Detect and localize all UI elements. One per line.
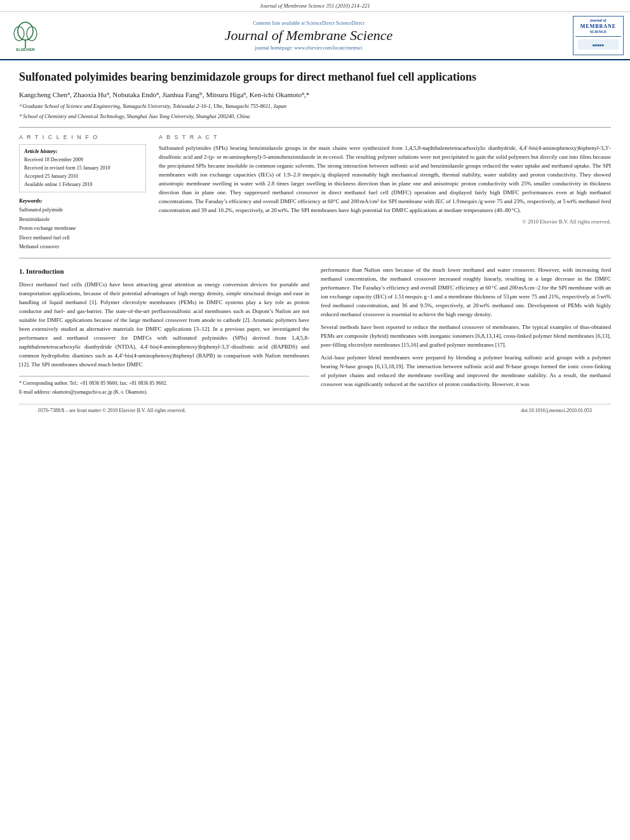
divider-2 [19, 258, 611, 258]
logo-line2: MEMBRANE [575, 23, 621, 30]
body-right-col: performance than Nafion ones because of … [321, 266, 611, 397]
logo-line1: journal of [575, 18, 621, 23]
keyword5: Methanol crossover [19, 243, 146, 251]
received-date: Received 18 December 2009 [24, 156, 141, 164]
divider [19, 127, 611, 128]
abstract-text: Sulfonated polyimides (SPIs) bearing ben… [159, 144, 611, 215]
body-left-col: 1. Introduction Direct methanol fuel cel… [19, 266, 309, 397]
history-label: Article history: [24, 148, 141, 154]
keywords-box: Keywords: Sulfonated polyimide Benzimida… [19, 197, 146, 251]
article-info-column: A R T I C L E I N F O Article history: R… [19, 134, 146, 251]
keywords-label: Keywords: [19, 197, 146, 204]
intro-paragraph1: Direct methanol fuel cells (DMFCs) have … [19, 281, 309, 369]
body-two-col: 1. Introduction Direct methanol fuel cel… [19, 266, 611, 397]
journal-reference-bar: Journal of Membrane Science 351 (2010) 2… [0, 0, 630, 12]
intro-paragraph1-right: performance than Nafion ones because of … [321, 266, 611, 319]
keyword2: Benzimidazole [19, 215, 146, 224]
affiliation-a: ᵃ Graduate School of Science and Enginee… [19, 103, 611, 110]
revised-date: Received in revised form 15 January 2010 [24, 164, 141, 173]
intro-paragraph3-right: Acid–base polymer blend membranes were p… [321, 354, 611, 389]
intro-paragraph2-right: Several methods have been reported to re… [321, 323, 611, 350]
copyright-line: © 2010 Elsevier B.V. All rights reserved… [159, 218, 611, 225]
abstract-column: A B S T R A C T Sulfonated polyimides (S… [159, 134, 611, 251]
journal-reference-text: Journal of Membrane Science 351 (2010) 2… [260, 3, 370, 9]
header-right: journal of MEMBRANE SCIENCE ■■■■■ [573, 16, 624, 55]
article-history-box: Article history: Received 18 December 20… [19, 144, 146, 192]
accepted-date: Accepted 25 January 2010 [24, 173, 141, 181]
keyword3: Proton exchange membrane [19, 224, 146, 233]
keyword1: Sulfonated polyimide [19, 206, 146, 215]
page-container: Journal of Membrane Science 351 (2010) 2… [0, 0, 630, 426]
footnote-section: * Corresponding author. Tel.: +81 0836 8… [19, 376, 309, 396]
affiliation-b: ᵇ School of Chemistry and Chemical Techn… [19, 113, 611, 121]
article-info-abstract-section: A R T I C L E I N F O Article history: R… [19, 134, 611, 251]
abstract-heading: A B S T R A C T [159, 134, 611, 140]
available-date: Available online 1 February 2010 [24, 181, 141, 189]
intro-section-title: 1. Introduction [19, 266, 309, 277]
header-left: ELSEVIER [6, 20, 44, 51]
article-title: Sulfonated polyimides bearing benzimidaz… [19, 70, 611, 84]
doi-text: doi:10.1016/j.memsci.2010.01.053 [521, 408, 592, 413]
logo-line3: SCIENCE [575, 30, 621, 35]
svg-text:■■■■■: ■■■■■ [593, 43, 604, 47]
keyword4: Direct methanol fuel cell [19, 234, 146, 243]
elsevier-logo: ELSEVIER [6, 20, 44, 51]
journal-title: Journal of Membrane Science [51, 27, 566, 44]
sciencedirect-text: Contents lists available at ScienceDirec… [51, 20, 566, 26]
logo-graphic: ■■■■■ [577, 38, 620, 51]
authors-text: Kangcheng Chenᵃ, Zhaoxia Huᵃ, Nobutaka E… [19, 91, 309, 98]
journal-header: ELSEVIER Contents lists available at Sci… [0, 12, 630, 60]
journal-homepage: journal homepage: www.elsevier.com/locat… [51, 45, 566, 51]
email-footnote: E-mail address: okamoto@yamaguchi-u.ac.j… [19, 389, 309, 396]
corresponding-footnote: * Corresponding author. Tel.: +81 0836 8… [19, 380, 309, 387]
bottom-bar: 0376-7388/$ – see front matter © 2010 El… [19, 404, 611, 417]
journal-logo-box: journal of MEMBRANE SCIENCE ■■■■■ [573, 16, 624, 55]
authors-line: Kangcheng Chenᵃ, Zhaoxia Huᵃ, Nobutaka E… [19, 91, 611, 99]
article-info-heading: A R T I C L E I N F O [19, 134, 146, 140]
article-content: Sulfonated polyimides bearing benzimidaz… [0, 60, 630, 426]
issn-text: 0376-7388/$ – see front matter © 2010 El… [38, 408, 186, 413]
header-center: Contents lists available at ScienceDirec… [51, 20, 566, 51]
svg-text:ELSEVIER: ELSEVIER [16, 48, 35, 51]
